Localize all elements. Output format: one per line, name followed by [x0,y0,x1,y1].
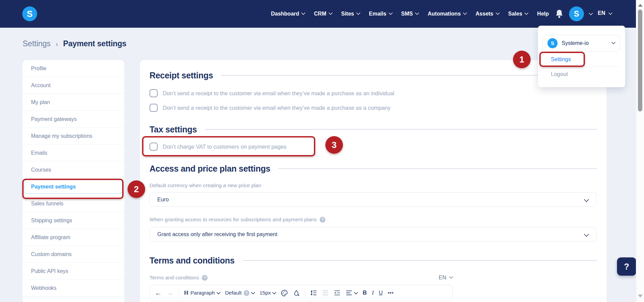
page-title: Payment settings [63,39,126,48]
underline-button[interactable]: U [379,290,383,296]
checkbox[interactable] [150,104,158,112]
receipt-checkbox-row: Don’t send a receipt to the customer via… [150,104,394,112]
chevron-down-icon [611,40,616,44]
font-family-dropdown[interactable]: Default ? [225,290,254,296]
terms-conditions-heading: Terms and conditions [150,255,597,266]
sidebar-item[interactable]: Affiliate program [23,229,124,246]
sidebar-item[interactable]: Payment gateways [23,111,124,128]
scroll-up-arrow-icon[interactable] [638,4,643,7]
chevron-down-icon [495,11,500,15]
receipt-checkbox-group: Don’t send a receipt to the customer via… [150,89,394,112]
account-switcher[interactable]: S Systeme-io [542,35,620,51]
heading-rule [205,129,597,130]
sidebar-item[interactable]: Account [23,77,124,94]
scroll-down-arrow-icon[interactable] [638,295,643,298]
help-tooltip-icon: ? [244,290,249,296]
text-align-dropdown[interactable] [346,290,357,296]
undo-icon[interactable]: ← [155,290,162,296]
heading-rule [278,168,597,169]
nav-menu-item[interactable]: SMS [401,11,419,17]
account-dropdown-menu: S Systeme-io Settings Logout [538,26,625,87]
breadcrumb-separator-icon: › [56,40,58,48]
vat-checkbox[interactable] [150,143,158,151]
nav-menu-item[interactable]: Help [537,11,549,17]
menu-item-logout[interactable]: Logout [551,71,568,77]
nav-menu-item[interactable]: Emails [369,11,392,17]
background-color-icon[interactable] [293,290,300,297]
nav-menu-item[interactable]: Dashboard [271,11,305,17]
terms-field-row: Terms and conditions ? EN [150,274,453,281]
nav-menu-item[interactable]: Assets [476,11,499,17]
help-tooltip-icon[interactable]: ? [202,275,208,281]
outdent-icon[interactable] [322,290,329,296]
sidebar-item[interactable]: Shipping settings [23,212,124,229]
indent-icon[interactable] [334,290,341,296]
font-size-dropdown[interactable]: 15px [260,290,276,296]
rich-text-toolbar: ← → H Paragraph Default ? 15px [150,285,453,301]
sidebar-item[interactable]: Webhooks [23,280,124,297]
avatar-chevron-down-icon[interactable] [589,11,593,16]
chevron-down-icon [301,11,305,15]
bold-button[interactable]: B [363,290,367,296]
text-color-icon[interactable] [281,290,288,297]
more-options-icon[interactable]: ••• [388,290,394,296]
language-selector[interactable]: EN [598,10,612,16]
payment-settings-panel: Receipt settings Don’t send a receipt to… [140,60,607,302]
grant-access-label: When granting access to resources for su… [150,216,325,223]
app-logo[interactable]: S [22,6,37,21]
help-button[interactable]: ? [617,257,636,276]
nav-menu-item[interactable]: Sites [341,11,360,17]
account-avatar: S [547,38,558,48]
sidebar-item[interactable]: Emails [23,145,124,161]
chevron-down-icon [216,290,221,295]
breadcrumb-parent[interactable]: Settings [23,39,51,48]
paragraph-format-dropdown[interactable]: H Paragraph [184,290,220,296]
sidebar-item[interactable]: Public API keys [23,263,124,280]
sidebar-item[interactable]: My plan [23,94,124,111]
default-currency-label: Default currency when creating a new pri… [150,182,261,189]
access-price-plan-heading: Access and price plan settings [150,163,597,174]
redo-icon[interactable]: → [167,290,173,296]
annotation-step-2: 2 [128,180,145,198]
sidebar-item[interactable]: Sales funnels [23,195,124,212]
settings-sidebar: Profile Account My plan Payment gateways… [23,60,124,302]
chevron-down-icon [272,290,277,295]
receipt-checkbox-row: Don’t send a receipt to the customer via… [150,89,394,97]
default-currency-select[interactable]: Euro [150,192,597,207]
nav-menu-item[interactable]: Automations [428,11,466,17]
notification-bell-icon[interactable] [555,9,563,20]
sidebar-item[interactable]: Profile [23,60,124,77]
vat-checkbox-label: Don’t charge VAT to customers on payment… [163,144,287,150]
chevron-down-icon [584,232,589,237]
heading-rule [243,260,597,261]
nav-menu-item[interactable]: CRM [314,11,332,17]
chevron-down-icon [463,11,467,15]
nav-menu-item[interactable]: Sales [508,11,528,17]
sidebar-item[interactable]: Courses [23,161,124,178]
breadcrumb: Settings › Payment settings [23,39,126,48]
grant-access-select[interactable]: Grant access only after receiving the fi… [150,227,597,242]
top-navbar: S Dashboard CRM Sites Emails [0,0,644,28]
help-tooltip-icon[interactable]: ? [320,217,325,223]
user-avatar[interactable]: S [569,6,584,21]
main-nav: Dashboard CRM Sites Emails [271,0,549,28]
sidebar-item[interactable]: Custom domains [23,246,124,263]
tax-settings-heading: Tax settings [150,124,597,135]
sidebar-item[interactable]: Manage my subscriptions [23,128,124,145]
chevron-down-icon [354,290,358,295]
chevron-down-icon [449,275,453,279]
checkbox[interactable] [150,89,158,97]
scrollbar-thumb[interactable] [638,9,642,111]
vat-checkbox-row: Don’t charge VAT to customers on payment… [150,143,287,151]
italic-button[interactable]: I [372,290,374,296]
vertical-scrollbar[interactable] [636,0,644,302]
payment-settings-page: S Dashboard CRM Sites Emails [0,0,644,302]
terms-language-selector[interactable]: EN [439,275,453,281]
chevron-down-icon [415,11,419,15]
sidebar-item[interactable]: Payment settings [23,178,124,195]
chevron-down-icon [524,11,529,15]
line-spacing-icon[interactable] [310,290,317,296]
terms-field-label: Terms and conditions ? [150,275,208,281]
chevron-down-icon [356,11,360,15]
menu-item-settings[interactable]: Settings [551,56,571,62]
